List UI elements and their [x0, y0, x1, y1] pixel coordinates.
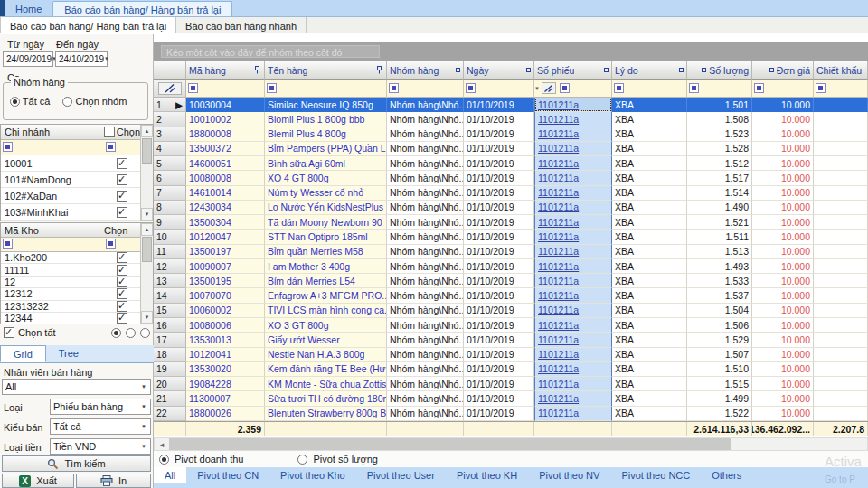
table-cell[interactable]: XBA — [612, 156, 687, 171]
column-header[interactable]: Chiết khấu — [814, 61, 868, 80]
chevron-down-icon[interactable]: ▼ — [137, 380, 150, 394]
table-cell[interactable]: 10.000 — [752, 186, 814, 201]
table-cell[interactable]: 01/10/2019 — [464, 333, 534, 347]
option-radio-2[interactable] — [126, 328, 136, 338]
table-cell[interactable]: Nestle Nan H.A.3 800g — [265, 348, 387, 362]
table-cell[interactable]: Nhóm hàng\Nhó... — [387, 362, 464, 377]
pivot-tab-others[interactable]: Others — [701, 467, 752, 483]
table-cell[interactable]: XBA — [612, 391, 687, 406]
table-cell[interactable]: 1101211a — [534, 201, 612, 215]
radio-tat-ca[interactable]: Tất cả — [10, 96, 50, 107]
table-cell[interactable]: Núm ty Wesser cổ nhỏ — [265, 186, 387, 201]
table-cell[interactable]: 1.510 — [687, 362, 752, 377]
table-cell[interactable]: 10.000 — [752, 377, 814, 391]
table-cell[interactable]: 10.000 — [752, 391, 814, 406]
row-checkbox[interactable] — [117, 277, 127, 287]
table-cell[interactable]: 1101211a — [534, 186, 612, 201]
table-cell[interactable]: 1.515 — [687, 377, 752, 391]
table-cell[interactable]: XBA — [612, 142, 687, 156]
table-cell[interactable]: 01/10/2019 — [464, 201, 534, 215]
chi-nhanh-filter-row[interactable] — [1, 140, 140, 155]
table-cell[interactable]: 10120041 — [186, 348, 265, 362]
voucher-link[interactable]: 1101211a — [538, 363, 579, 374]
filter-cell[interactable]: ▼ — [534, 80, 612, 98]
chevron-down-icon[interactable]: ▼ — [137, 419, 150, 434]
table-cell[interactable]: XBA — [612, 407, 687, 421]
table-cell[interactable]: 1101211a — [534, 318, 612, 333]
list-item[interactable]: 12313232 — [1, 301, 140, 313]
column-header[interactable]: Tên hàng — [265, 61, 387, 80]
table-cell[interactable]: 1.529 — [687, 333, 752, 347]
scroll-left-icon[interactable]: ◂ — [155, 438, 169, 450]
chevron-down-icon[interactable]: ▼ — [534, 86, 540, 91]
table-cell[interactable]: Enfagrow A+3 MFGM PRO.. — [265, 288, 387, 303]
table-cell[interactable]: 01/10/2019 — [464, 230, 534, 244]
table-cell[interactable]: Nhóm hàng\Nhó... — [387, 318, 464, 333]
table-cell[interactable]: 13530013 — [186, 333, 265, 347]
list-item[interactable]: 12312 — [1, 288, 140, 300]
table-cell[interactable]: 1.508 — [687, 112, 752, 127]
from-date-combo[interactable]: 24/09/2019 ▼ — [3, 51, 53, 67]
voucher-link[interactable]: 1101211a — [538, 158, 579, 169]
table-cell[interactable]: 10080006 — [186, 318, 265, 333]
table-cell[interactable]: 01/10/2019 — [464, 245, 534, 259]
table-cell[interactable] — [814, 348, 868, 362]
chon-col-header[interactable]: Chọn — [104, 225, 140, 236]
table-cell[interactable]: 10.000 — [752, 288, 814, 303]
table-cell[interactable]: 1101211a — [534, 112, 612, 127]
pivot-tab-pivot-theo-user[interactable]: Pivot theo User — [356, 467, 446, 483]
scroll-up-icon[interactable]: ▲ — [141, 223, 153, 236]
ma-kho-col-header[interactable]: Mã Kho — [1, 225, 104, 236]
table-cell[interactable]: 01/10/2019 — [464, 127, 534, 142]
table-cell[interactable]: XBA — [612, 201, 687, 215]
table-cell[interactable]: Nhóm hàng\Nhó... — [387, 156, 464, 171]
table-cell[interactable]: 1101211a — [534, 171, 612, 185]
table-cell[interactable]: Lo Nước Yến KidsNestPlus -.. — [265, 201, 387, 215]
clear-filter-icon[interactable] — [158, 82, 182, 95]
kieu-ban-combo[interactable]: Tất cả ▼ — [50, 418, 151, 435]
voucher-link[interactable]: 1101211a — [538, 143, 579, 154]
table-row[interactable]: 812430034Lo Nước Yến KidsNestPlus -..Nhó… — [154, 201, 868, 215]
voucher-link[interactable]: 1101211a — [538, 202, 579, 212]
table-cell[interactable]: 01/10/2019 — [464, 171, 534, 185]
table-cell[interactable]: XBA — [612, 377, 687, 391]
table-cell[interactable]: Nhóm hàng\Nhó... — [387, 288, 464, 303]
pivot-tab-all[interactable]: All — [154, 467, 186, 483]
voucher-link[interactable]: 1101211a — [538, 217, 579, 228]
filter-icon[interactable] — [689, 83, 699, 93]
tab-grid[interactable]: Grid — [0, 345, 46, 362]
tab-tree[interactable]: Tree — [46, 345, 91, 362]
table-cell[interactable]: Sữa tươi TH có đường 180ml — [265, 391, 387, 406]
table-cell[interactable]: Bỉm quần Merries M58 — [265, 245, 387, 259]
filter-cell[interactable] — [752, 80, 814, 98]
table-cell[interactable]: Bình sữa Agi 60ml — [265, 156, 387, 171]
table-cell[interactable]: 1101211a — [534, 98, 612, 112]
table-cell[interactable]: Nhóm hàng\Nhó... — [387, 230, 464, 244]
pin-icon[interactable] — [675, 66, 684, 74]
table-cell[interactable]: TIVI LCS màn hình cong ca.. — [265, 304, 387, 318]
table-cell[interactable] — [814, 391, 868, 406]
table-cell[interactable]: 10.000 — [752, 142, 814, 156]
table-cell[interactable]: 1101211a — [534, 156, 612, 171]
table-cell[interactable] — [814, 230, 868, 244]
voucher-link[interactable]: 1101211a — [538, 320, 579, 331]
table-cell[interactable] — [814, 112, 868, 127]
table-cell[interactable]: Nhóm hàng\Nhó... — [387, 304, 464, 318]
filter-icon[interactable] — [3, 142, 13, 152]
radio-icon[interactable] — [10, 97, 20, 107]
table-cell[interactable]: 1101211a — [534, 348, 612, 362]
table-cell[interactable]: 10.000 — [752, 259, 814, 274]
pin-icon[interactable] — [253, 66, 261, 74]
table-cell[interactable]: 14600051 — [186, 156, 265, 171]
table-cell[interactable] — [814, 274, 868, 288]
voucher-link[interactable]: 1101211a — [538, 290, 579, 301]
filter-icon[interactable] — [188, 83, 198, 93]
table-cell[interactable]: STT Nan Optipro 185ml — [265, 230, 387, 244]
table-cell[interactable] — [814, 215, 868, 230]
table-cell[interactable]: 1.533 — [687, 274, 752, 288]
column-header[interactable]: Đơn giá — [752, 61, 814, 80]
voucher-link[interactable]: 1101211a — [538, 305, 579, 315]
table-row[interactable]: 210010002Biomil Plus 1 800g bbbNhóm hàng… — [154, 112, 868, 127]
table-cell[interactable]: 10030004 — [186, 98, 265, 112]
table-cell[interactable]: I am Mother 3 400g — [265, 259, 387, 274]
